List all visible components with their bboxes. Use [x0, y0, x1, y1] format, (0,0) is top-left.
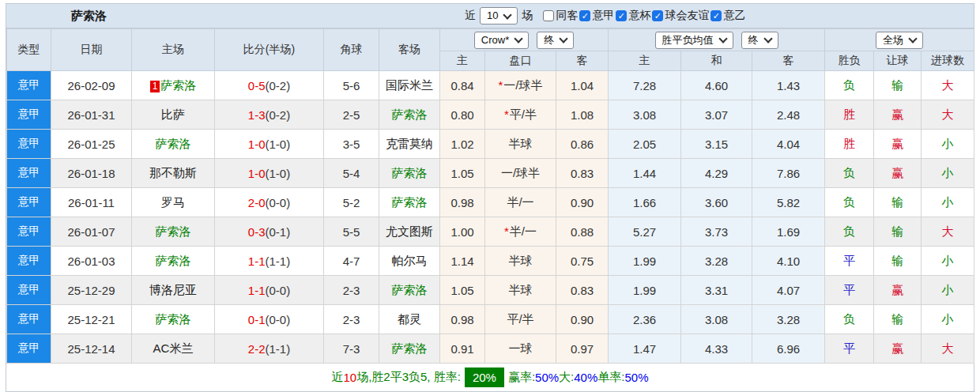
recent-suffix-label: 场	[522, 9, 533, 23]
checkbox-checked-icon[interactable]: ✓	[710, 10, 722, 21]
odds-away-cell: 1.04	[556, 71, 609, 100]
away-team-name: 尤文图斯	[386, 224, 433, 238]
away-team-cell: 萨索洛	[379, 159, 440, 188]
footer-stat: 50%	[535, 371, 559, 384]
league-cell: 意甲	[7, 188, 51, 217]
filter-意甲[interactable]: ✓意甲	[579, 9, 614, 23]
corner-cell: 2-3	[324, 276, 379, 305]
handicap-cell: *一/球半	[485, 71, 556, 100]
handicap-text: 一球	[509, 341, 533, 355]
corner-cell: 5-5	[324, 217, 379, 247]
avg-draw-cell: 3.07	[681, 100, 752, 130]
odds-away-cell: 0.90	[556, 305, 609, 334]
fulltime-score: 2-0	[248, 196, 266, 209]
date-cell: 26-01-03	[51, 247, 132, 276]
chevron-down-icon	[718, 34, 727, 43]
home-team-cell: 博洛尼亚	[132, 276, 215, 305]
home-team-cell: 那不勒斯	[132, 159, 215, 188]
checkbox-checked-icon[interactable]: ✓	[579, 10, 590, 21]
checkbox-unchecked-icon[interactable]	[543, 10, 554, 21]
home-team-name: 萨索洛	[156, 254, 191, 267]
summary-footer: 近10场,胜2平3负5, 胜率:20%赢率:50% 大:40% 单率:50%	[6, 364, 974, 391]
avg-win-cell: 2.36	[609, 305, 681, 334]
recent-count-value: 10	[487, 9, 498, 22]
win-rate-badge: 20%	[465, 368, 504, 387]
checkbox-checked-icon[interactable]: ✓	[652, 10, 663, 21]
handicap-cell: *半/一	[485, 217, 556, 247]
odds-company-select[interactable]: Crow*	[474, 32, 529, 49]
avg-draw-cell: 3.60	[681, 188, 752, 217]
league-cell: 意甲	[7, 130, 51, 159]
filter-label: 意杯	[628, 9, 650, 23]
halftime-score: (0-0)	[266, 313, 291, 326]
matches-table: 类型 日期 主场 比分(半场) 角球 客场 Crow* 终	[6, 28, 974, 364]
result-handicap-cell: 输	[874, 217, 922, 247]
avg-win-cell: 1.44	[609, 159, 681, 188]
home-team-cell: 萨索洛	[132, 217, 215, 247]
filter-球会友谊[interactable]: ✓球会友谊	[652, 9, 709, 23]
chevron-down-icon	[560, 34, 568, 43]
away-team-name: 克雷莫纳	[386, 137, 433, 150]
home-team-name: 那不勒斯	[149, 166, 197, 179]
avg-time-value: 终	[748, 34, 759, 47]
avg-win-cell: 1.99	[609, 247, 681, 276]
corner-cell: 7-3	[324, 334, 379, 364]
away-team-cell: 萨索洛	[379, 334, 440, 364]
avg-draw-cell: 3.08	[681, 305, 752, 334]
filter-意杯[interactable]: ✓意杯	[616, 9, 650, 23]
footer-stat: 50%	[624, 371, 648, 384]
home-team-name: 萨索洛	[156, 312, 191, 326]
chevron-down-icon	[503, 10, 512, 19]
handicap-cell: 半球	[485, 130, 556, 159]
avg-draw-cell: 3.28	[681, 247, 752, 276]
scope-select[interactable]: 全场	[876, 32, 923, 49]
scope-select-group: 全场	[825, 29, 974, 51]
avg-lose-cell: 4.04	[752, 130, 825, 159]
result-goals-cell: 小	[922, 276, 974, 305]
avg-draw-cell: 3.73	[681, 217, 752, 247]
result-goals-cell: 小	[922, 305, 974, 334]
filter-同客[interactable]: 同客	[543, 9, 578, 23]
odds-home-cell: 1.00	[440, 217, 485, 247]
home-team-name: 比萨	[161, 107, 185, 121]
result-wdl-cell: 负	[825, 71, 874, 100]
home-team-cell: 萨索洛	[132, 247, 215, 276]
handicap-text: 半球	[509, 254, 533, 267]
away-team-cell: 萨索洛	[379, 276, 440, 305]
fulltime-score: 1-0	[248, 138, 266, 151]
handicap-cell: 一球	[485, 334, 556, 364]
score-cell: 0-5(0-2)	[215, 71, 324, 100]
home-team-cell: 1萨索洛	[132, 71, 215, 100]
score-cell: 1-0(1-0)	[215, 130, 324, 159]
handicap-text: 半球	[509, 283, 533, 296]
result-wdl-cell: 负	[825, 159, 874, 188]
table-row: 意甲26-01-25萨索洛1-0(1-0)3-5克雷莫纳1.02半球0.862.…	[7, 130, 974, 159]
footer-stat: 大:	[559, 370, 574, 385]
avg-type-select[interactable]: 胜平负均值	[655, 32, 733, 49]
odds-time-select[interactable]: 终	[537, 32, 574, 49]
halftime-score: (0-1)	[266, 225, 291, 239]
odds-select-group: Crow* 终	[440, 29, 609, 51]
odds-company-value: Crow*	[481, 34, 509, 47]
league-cell: 意甲	[7, 100, 51, 130]
recent-count-select[interactable]: 10	[480, 7, 518, 24]
score-cell: 1-0(1-0)	[215, 159, 324, 188]
filter-意乙[interactable]: ✓意乙	[710, 9, 745, 23]
odds-home-cell: 0.98	[440, 188, 485, 217]
chevron-down-icon	[514, 34, 523, 43]
avg-time-select[interactable]: 终	[741, 32, 778, 49]
avg-draw-cell: 4.60	[681, 71, 752, 100]
home-team-cell: AC米兰	[132, 334, 215, 364]
table-row: 意甲26-01-11罗马2-0(0-0)5-2萨索洛0.98半/一0.901.6…	[7, 188, 974, 217]
col-header-主: 主	[440, 51, 485, 71]
score-cell: 0-3(0-1)	[215, 217, 324, 247]
avg-lose-cell: 5.82	[752, 188, 825, 217]
topbar: 萨索洛 近 10 场 同客✓意甲✓意杯✓球会友谊✓意乙	[6, 4, 974, 28]
col-header-away: 客场	[379, 29, 440, 71]
checkbox-checked-icon[interactable]: ✓	[616, 10, 627, 21]
home-team-cell: 萨索洛	[132, 130, 215, 159]
result-handicap-cell: 输	[874, 71, 922, 100]
handicap-cell: 一/球半	[485, 159, 556, 188]
score-cell: 0-1(0-0)	[215, 305, 324, 334]
filter-label: 球会友谊	[665, 9, 709, 23]
